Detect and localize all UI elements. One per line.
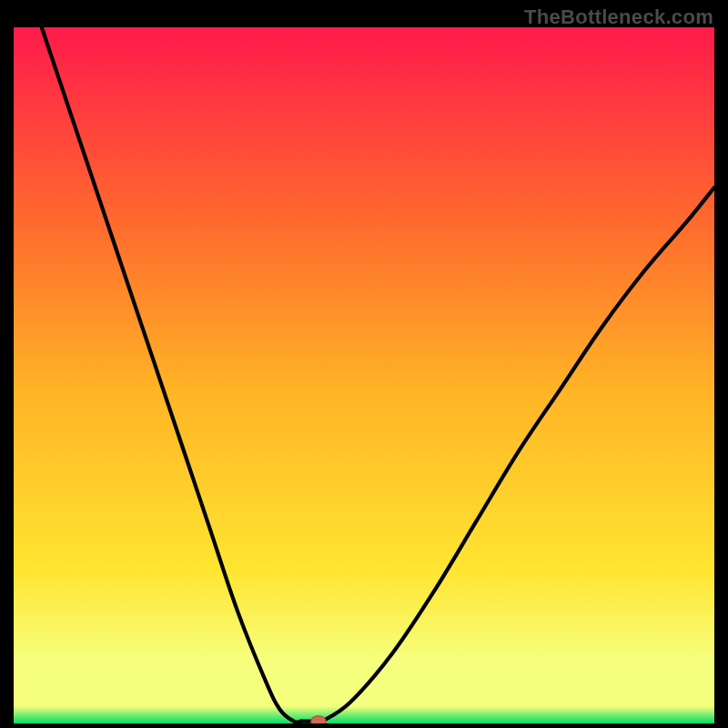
chart-frame: TheBottleneck.com — [0, 0, 728, 728]
bottleneck-chart — [14, 27, 714, 723]
optimal-point-marker — [311, 716, 326, 723]
gradient-background — [14, 27, 714, 723]
watermark-text: TheBottleneck.com — [524, 5, 713, 29]
